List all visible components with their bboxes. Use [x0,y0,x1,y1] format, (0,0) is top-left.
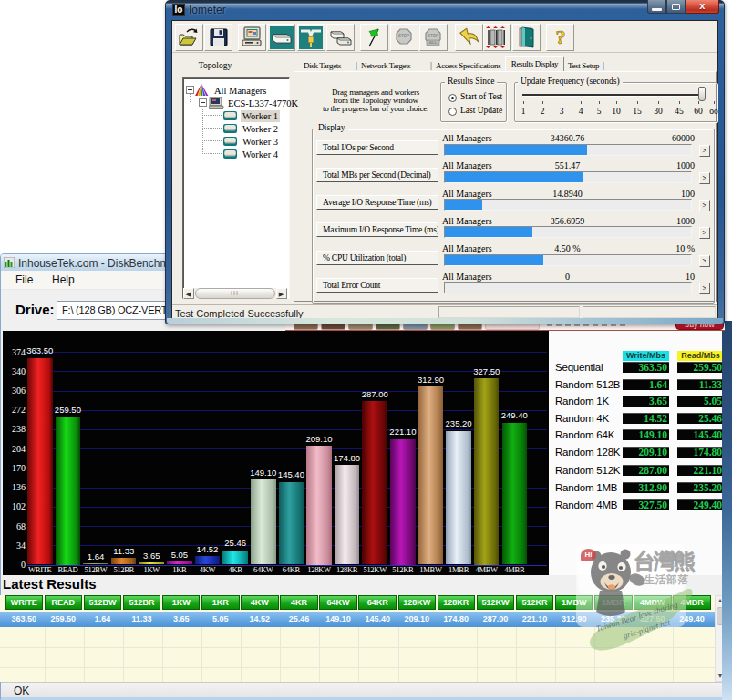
svg-text:?: ? [555,26,565,48]
svg-text:STOP: STOP [428,34,438,38]
svg-text:ALL: ALL [429,40,438,45]
svg-text:STOP: STOP [398,34,409,38]
